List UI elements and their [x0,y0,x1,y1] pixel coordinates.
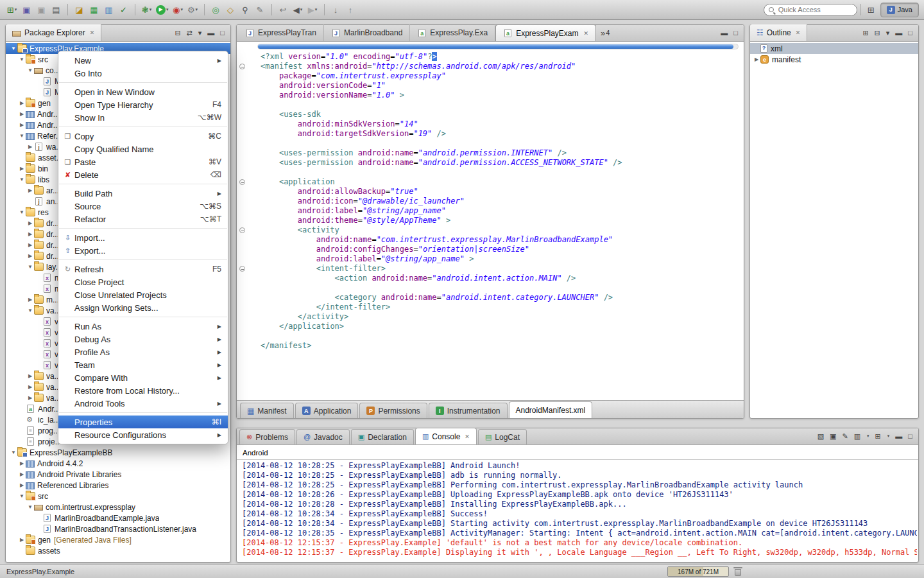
expand-arrow-icon[interactable]: ▼ [26,264,34,270]
expand-arrow-icon[interactable]: ▼ [26,308,34,313]
scroll-lock-icon[interactable]: ▣ [830,433,836,440]
console-view-tab-javadoc[interactable]: @Javadoc [296,429,350,444]
pin-console-icon[interactable]: ✎ [842,433,848,440]
prev-annotation-icon[interactable]: ↑ [344,3,357,17]
expand-arrow-icon[interactable]: ▼ [18,177,26,182]
expand-arrow-icon[interactable]: ▶ [26,373,34,379]
expand-arrow-icon[interactable]: ▶ [26,395,34,401]
menu-item-open-in-new-window[interactable]: Open in New Window [58,85,228,98]
maximize-editor-icon[interactable]: □ [733,30,738,37]
view-menu-icon[interactable]: ▾ [886,30,890,37]
minimize-view-icon[interactable]: ▬ [895,433,902,440]
page-tab-instrumentation[interactable]: IInstrumentation [429,403,508,418]
expand-arrow-icon[interactable]: ▼ [10,46,17,51]
expand-arrow-icon[interactable]: ▶ [26,144,34,150]
expand-arrow-icon[interactable]: ▶ [26,253,34,259]
minimize-view-icon[interactable]: ▬ [895,30,902,37]
console-view-tab-console[interactable]: ▥Console✕ [415,428,477,444]
menu-item-debug-as[interactable]: Debug As▶ [58,333,228,346]
expand-arrow-icon[interactable]: ▶ [26,384,34,390]
page-tab-permissions[interactable]: PPermissions [359,403,427,418]
save-icon[interactable]: ▣ [20,3,33,17]
expand-arrow-icon[interactable]: ▶ [753,57,760,62]
menu-item-refactor[interactable]: Refactor⌥⌘T [58,213,228,225]
open-perspective-icon[interactable]: ⊞ [864,3,878,17]
expand-arrow-icon[interactable]: ▶ [26,297,34,302]
next-annotation-icon[interactable]: ↓ [329,3,343,17]
new-wizard-icon[interactable]: ⊞▾ [5,3,19,17]
fold-collapse-icon[interactable] [239,227,245,233]
menu-item-paste[interactable]: ❏Paste⌘V [58,155,228,168]
tree-item[interactable]: ▼com.intertrust.expressplay [6,502,230,512]
close-tab-icon[interactable]: ✕ [465,434,470,440]
menu-item-close-project[interactable]: Close Project [58,276,228,288]
close-view-icon[interactable]: ✕ [796,30,801,36]
profile-icon[interactable]: ◉▾ [171,3,185,17]
maximize-view-icon[interactable]: □ [220,30,225,37]
fold-collapse-icon[interactable] [239,266,245,272]
menu-item-open-type-hierarchy[interactable]: Open Type HierarchyF4 [58,98,228,111]
save-all-icon[interactable]: ▣ [35,3,48,17]
horizontal-scrollbar[interactable] [257,44,739,49]
scrollbar-thumb[interactable] [258,44,733,49]
menu-item-delete[interactable]: ✘Delete⌫ [58,168,228,181]
print-icon[interactable]: ▤ [49,3,63,17]
editor-tab-marlinbroadband[interactable]: MarlinBroadband [324,24,410,41]
link-with-editor-icon[interactable]: ⇄ [187,30,193,37]
tree-item[interactable]: ▶gen[Generated Java Files] [6,534,230,545]
back-icon[interactable]: ◀▾ [291,3,305,17]
tree-item[interactable]: ▶Android 4.4.2 [6,458,230,469]
close-tab-icon[interactable]: ✕ [584,30,589,37]
garbage-collect-button[interactable] [733,567,742,577]
expand-all-icon[interactable]: ⊞ [862,30,868,37]
menu-item-team[interactable]: Team▶ [58,358,228,371]
page-tab-androidmanifest-xml[interactable]: AndroidManifest.xml [509,401,593,418]
menu-item-android-tools[interactable]: Android Tools▶ [58,397,228,410]
maximize-view-icon[interactable]: □ [908,433,912,440]
page-tab-application[interactable]: AApplication [295,403,359,418]
menu-item-resource-configurations[interactable]: Resource Configurations▶ [58,428,228,441]
view-menu-icon[interactable]: ▾ [198,30,202,37]
java-perspective-button[interactable]: Java [880,3,919,17]
expand-arrow-icon[interactable]: ▶ [18,111,26,117]
tab-overflow-indicator[interactable]: » 4 [596,24,614,41]
menu-item-export[interactable]: ⇧Export... [58,244,228,257]
menu-item-properties[interactable]: Properties⌘I [58,416,228,428]
console-output[interactable]: [2014-08-12 10:28:25 - ExpressPlayExampl… [242,461,917,561]
collapse-all-icon[interactable]: ⊟ [875,30,880,37]
expand-arrow-icon[interactable]: ▶ [18,122,26,128]
fold-collapse-icon[interactable] [239,64,245,69]
menu-item-refresh[interactable]: ↻RefreshF5 [58,263,228,276]
lint-check-icon[interactable]: ✓ [117,3,130,17]
android-sdk-manager-icon[interactable]: ▦ [87,3,101,17]
expand-arrow-icon[interactable]: ▼ [18,209,26,215]
menu-item-build-path[interactable]: Build Path▶ [58,187,228,200]
fold-collapse-icon[interactable] [239,179,245,185]
avd-manager-icon[interactable]: ▥ [102,3,116,17]
open-type-icon[interactable]: ◇ [224,3,237,17]
external-tools-icon[interactable]: ⚙▾ [186,3,200,17]
menu-item-profile-as[interactable]: Profile As▶ [58,346,228,358]
clear-console-icon[interactable]: ▧ [817,433,824,440]
expand-arrow-icon[interactable]: ▶ [18,100,26,106]
expand-arrow-icon[interactable]: ▼ [26,67,34,73]
menu-item-copy-qualified-name[interactable]: Copy Qualified Name [58,143,228,155]
expand-arrow-icon[interactable]: ▶ [26,220,34,226]
console-view-tab-logcat[interactable]: ▤LogCat [478,429,527,444]
menu-item-run-as[interactable]: Run As▶ [58,320,228,333]
console-view-tab-problems[interactable]: ⊗Problems [239,429,295,444]
tree-item[interactable]: MarlinBroadbandExample.java [6,512,230,523]
new-android-app-icon[interactable]: ◎ [209,3,223,17]
debug-icon[interactable]: ❃▾ [140,3,153,17]
minimize-editor-icon[interactable]: ▬ [721,30,728,37]
menu-item-assign-working-sets[interactable]: Assign Working Sets... [58,301,228,314]
editor-content[interactable]: <?xml version="1.0" encoding="utf-8"?><m… [237,42,744,400]
tree-item[interactable]: ▶Referenced Libraries [6,480,230,491]
menu-item-show-in[interactable]: Show In⌥⌘W [58,111,228,124]
collapse-all-icon[interactable]: ⊟ [175,30,180,37]
menu-item-import[interactable]: ⇩Import... [58,231,228,244]
outline-item[interactable]: xml [750,43,918,54]
expand-arrow-icon[interactable]: ▶ [26,231,34,237]
quick-access-input[interactable] [764,4,857,16]
expand-arrow-icon[interactable]: ▶ [18,166,26,171]
